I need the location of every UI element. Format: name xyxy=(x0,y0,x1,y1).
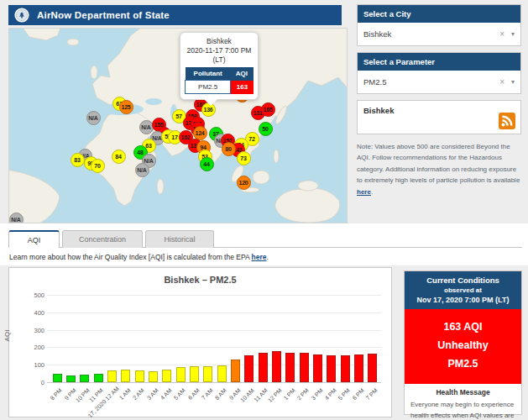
chart-gridline xyxy=(47,347,381,348)
chart-bar xyxy=(53,374,62,382)
tab-concentration[interactable]: Concentration xyxy=(62,230,143,248)
rss-panel: Bishkek xyxy=(357,100,521,134)
tooltip-table: Pollutant AQI PM2.5 163 xyxy=(185,67,254,94)
map-marker[interactable]: 165 xyxy=(261,102,275,117)
observed-at-label: observed at xyxy=(407,286,519,294)
chart-bar xyxy=(66,375,76,382)
select-city-panel: Select a City Bishkek × ▾ xyxy=(357,4,521,46)
chart-gridline xyxy=(47,330,381,331)
select-city-header: Select a City xyxy=(358,5,520,23)
parameter-clear-icon[interactable]: × xyxy=(499,77,504,87)
map-marker[interactable]: N/A xyxy=(135,163,149,177)
chart-bar xyxy=(231,360,240,382)
current-conditions-title: Current Conditions xyxy=(407,276,519,285)
tab-aqi[interactable]: AQI xyxy=(8,230,60,248)
airnow-page: AirNow Department of State xyxy=(0,0,528,420)
chart-y-tick: 200 xyxy=(21,344,44,351)
aqi-chart-panel: Bishkek – PM2.5 AQI 01002003004005008 PM… xyxy=(8,267,392,417)
tooltip-datetime: 2020-11-17 7:00 PM xyxy=(185,46,254,55)
chart-bar xyxy=(368,354,377,382)
health-message-block: Health Message Everyone may begin to exp… xyxy=(405,384,521,420)
parameter-dropdown-caret-icon[interactable]: ▾ xyxy=(511,78,515,86)
aqi-category: Unhealthy xyxy=(405,337,521,355)
chart-gridline xyxy=(47,295,381,296)
map[interactable]: 61125N/AN/A8398708457N/A155142N/A5517634… xyxy=(8,28,348,223)
chart-bar xyxy=(217,365,227,382)
aqi-note-suffix: . xyxy=(371,188,373,196)
chart-bar xyxy=(190,366,199,382)
chart-bar xyxy=(272,351,281,382)
aqi-note: Note: Values above 500 are considered Be… xyxy=(357,141,523,197)
aqi-note-text: Note: Values above 500 are considered Be… xyxy=(357,143,520,184)
chart-bar xyxy=(176,367,186,382)
map-marker[interactable]: 80 xyxy=(222,142,236,156)
tabbar: AQIConcentrationHistorical xyxy=(8,230,522,248)
chart-y-tick: 100 xyxy=(21,361,44,369)
learn-more-body: Learn more about how the Air Quality Ind… xyxy=(9,253,252,261)
aqi-value: 163 AQI xyxy=(405,318,521,337)
chart-y-tick: 400 xyxy=(21,309,44,317)
chart-y-tick: 0 xyxy=(21,379,44,386)
map-marker[interactable]: N/A xyxy=(86,111,101,125)
learn-more-suffix: . xyxy=(267,253,269,261)
chart-gridline xyxy=(47,382,381,383)
map-marker[interactable]: 124 xyxy=(193,126,207,140)
department-of-state-seal-icon xyxy=(14,8,29,23)
chart-bar xyxy=(341,355,350,382)
tooltip-pollutant-value: PM2.5 xyxy=(186,81,231,94)
map-marker[interactable]: 120 xyxy=(237,176,251,190)
aqi-pollutant: PM2.5 xyxy=(405,355,521,374)
parameter-select[interactable]: PM2.5 × ▾ xyxy=(358,71,520,93)
map-marker[interactable]: 70 xyxy=(91,159,105,173)
tab-historical[interactable]: Historical xyxy=(145,230,214,248)
chart-bar xyxy=(354,354,363,382)
map-marker[interactable]: 44 xyxy=(200,157,214,171)
map-marker[interactable]: 125 xyxy=(119,100,133,114)
chart-bar xyxy=(203,366,212,382)
map-marker[interactable]: 73 xyxy=(237,151,251,165)
tooltip-col-aqi: AQI xyxy=(231,67,254,81)
chart-bar xyxy=(80,375,89,382)
tooltip-aqi-value: 163 xyxy=(231,81,254,94)
chart-bar xyxy=(244,355,254,382)
chart-gridline xyxy=(47,312,381,313)
city-dropdown-caret-icon[interactable]: ▾ xyxy=(511,30,515,38)
tooltip-timezone: (LT) xyxy=(185,55,254,65)
chart-bar xyxy=(300,353,309,382)
rss-city-label: Bishkek xyxy=(358,101,520,115)
learn-more-here-link[interactable]: here xyxy=(252,253,267,261)
aqi-status-block: 163 AQI Unhealthy PM2.5 xyxy=(405,309,521,384)
city-select[interactable]: Bishkek × ▾ xyxy=(358,23,520,45)
current-conditions-header: Current Conditions observed at Nov 17, 2… xyxy=(405,271,521,309)
map-marker[interactable]: 83 xyxy=(71,153,85,167)
chart-bar xyxy=(259,353,268,382)
chart-bar xyxy=(285,353,295,382)
chart-bar xyxy=(162,370,171,382)
city-select-value: Bishkek xyxy=(363,29,499,39)
world-map-land xyxy=(9,29,348,223)
chart-bar xyxy=(121,370,130,382)
city-clear-icon[interactable]: × xyxy=(499,29,504,39)
chart-bar xyxy=(313,354,322,382)
map-marker[interactable]: N/A xyxy=(9,213,24,224)
tooltip-col-pollutant: Pollutant xyxy=(186,67,231,81)
chart-bar xyxy=(135,370,144,382)
parameter-select-value: PM2.5 xyxy=(363,77,499,87)
map-marker[interactable]: 84 xyxy=(112,150,126,164)
current-conditions-panel: Current Conditions observed at Nov 17, 2… xyxy=(404,270,522,415)
chart-bar xyxy=(149,371,158,382)
chart-bar xyxy=(94,374,103,382)
health-message-title: Health Message xyxy=(410,388,515,396)
chart-bar xyxy=(327,355,336,382)
note-here-link[interactable]: here xyxy=(357,188,371,196)
map-marker[interactable]: 50 xyxy=(259,122,273,136)
chart-y-tick: 500 xyxy=(21,291,44,299)
health-message-text: Everyone may begin to experience health … xyxy=(410,400,515,420)
chart-title: Bishkek – PM2.5 xyxy=(9,275,391,285)
map-tooltip: Bishkek 2020-11-17 7:00 PM (LT) Pollutan… xyxy=(180,32,259,100)
tooltip-city: Bishkek xyxy=(185,37,254,46)
app-title: AirNow Department of State xyxy=(37,10,170,20)
map-marker[interactable]: N/A xyxy=(139,120,154,134)
rss-feed-icon[interactable] xyxy=(499,113,515,129)
observed-timestamp: Nov 17, 2020 7:00 PM (LT) xyxy=(407,296,519,304)
